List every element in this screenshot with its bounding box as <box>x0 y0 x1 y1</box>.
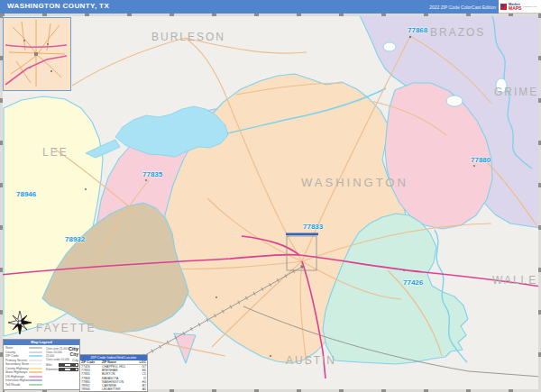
legend-item-swatch <box>29 355 42 357</box>
zip-label-77880: 77880 <box>471 156 491 164</box>
legend-item-swatch <box>29 360 42 361</box>
county-label-waller: WALLER <box>492 274 541 287</box>
loc-cell: A5 <box>135 387 147 391</box>
logo-icon <box>500 4 507 10</box>
county-label-fayette: FAYETTE <box>36 322 96 334</box>
legend-item-swatch <box>29 379 42 381</box>
map-title: WASHINGTON COUNTY, TX <box>7 2 109 10</box>
scale-bar-miles <box>59 363 78 367</box>
legend-item-label: Primary Streets <box>5 359 29 362</box>
zip-index-table: ZIP Code Index/Grid Locator ZIP Code ZIP… <box>79 354 148 392</box>
legend-line-items: State County ZIP Code Primary Streets Se… <box>4 345 45 387</box>
county-label-lee: LEE <box>42 146 69 159</box>
legend-item-label: Secondary Streets <box>5 362 29 366</box>
table-row: 78946LEDBETTERA5 <box>80 387 147 391</box>
county-label-austin: AUSTIN <box>286 354 336 367</box>
zip-label-77868: 77868 <box>408 26 427 34</box>
legend-item-swatch <box>29 363 42 365</box>
title-bar: WASHINGTON COUNTY, TX 2022 ZIP Code Colo… <box>0 0 541 14</box>
county-label-washington: WASHINGTON <box>301 176 408 189</box>
zip-label-77426: 77426 <box>403 278 423 287</box>
brenham-highlight-bar <box>286 233 318 236</box>
marketmaps-logo: Market MAPS MarketMAPS <box>499 0 541 14</box>
legend-city-sample: City <box>72 358 78 362</box>
county-label-brazos: BRAZOS <box>430 26 485 39</box>
legend-city-sample: City <box>70 351 78 357</box>
legend-item-label: US Highways <box>5 375 29 378</box>
legend-scale-label: Kilometers <box>46 368 59 371</box>
zip-name-cell: LEDBETTER <box>101 387 135 391</box>
legend-city-label: Cities under 10,000 <box>46 358 72 361</box>
map-grid-ticks-left <box>0 14 3 392</box>
zip-cell: 78946 <box>80 387 101 391</box>
zip-label-78946: 78946 <box>16 190 36 198</box>
legend-city-label: Cities 10,000-25,000 <box>46 351 70 358</box>
logo-address-text: MarketMAPS <box>523 5 536 8</box>
map-grid-ticks-top <box>0 14 541 16</box>
edition-label: 2022 ZIP Code ColorCast Edition <box>429 5 496 10</box>
legend-item-label: County <box>5 351 29 354</box>
legend-item-swatch <box>29 368 42 369</box>
legend-item-swatch <box>29 351 42 353</box>
logo-maps-text: MAPS <box>509 6 521 11</box>
legend-item-label: State <box>5 346 29 350</box>
scale-bar-kilometers <box>59 368 78 371</box>
legend-item-label: State Highways <box>5 370 29 374</box>
legend-item-swatch <box>29 376 42 378</box>
legend-item-swatch <box>29 384 42 386</box>
inset-streets <box>4 18 69 88</box>
pond-1 <box>383 42 396 51</box>
legend-city-scale: Cities over 25,000City Cities 10,000-25,… <box>45 345 79 387</box>
legend-item-swatch <box>29 347 42 349</box>
zip-label-77835: 77835 <box>142 170 162 178</box>
pond-2 <box>446 96 463 106</box>
legend-scale-label: Miles <box>46 363 59 367</box>
county-label-grimes: GRIMES <box>494 86 541 98</box>
legend-item-label: ZIP Code <box>5 354 29 358</box>
city-inset-map <box>3 17 71 91</box>
legend-item-label: Interstate Highways <box>5 378 29 382</box>
county-label-burleson: BURLESON <box>151 31 225 43</box>
legend-item-label: Toll Roads <box>5 383 29 387</box>
zip-label-77833: 77833 <box>303 223 323 231</box>
zip-label-78932: 78932 <box>65 235 85 243</box>
map-legend: Map Legend State County ZIP Code Primary… <box>3 339 80 390</box>
legend-item-swatch <box>29 371 42 373</box>
map-page: BURLESON BRAZOS GRIMES LEE WASHINGTON FA… <box>0 0 541 392</box>
legend-item-label: County Highways <box>5 367 29 370</box>
